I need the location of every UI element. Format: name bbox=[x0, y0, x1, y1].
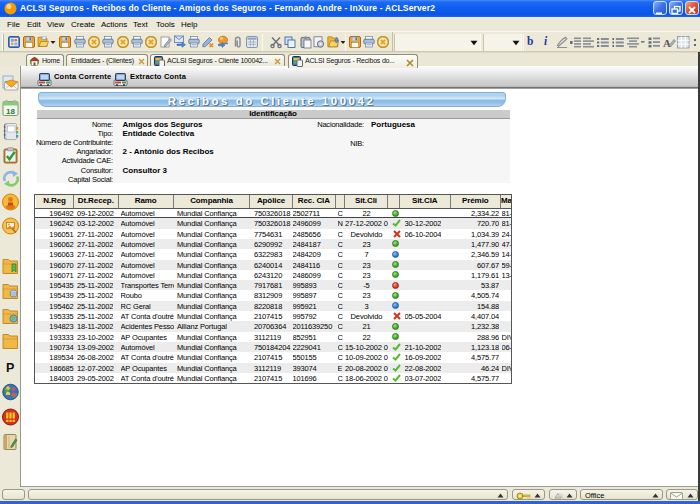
svg-text:18: 18 bbox=[6, 106, 15, 115]
svg-text:P: P bbox=[6, 360, 14, 374]
svg-text:A: A bbox=[663, 37, 671, 49]
